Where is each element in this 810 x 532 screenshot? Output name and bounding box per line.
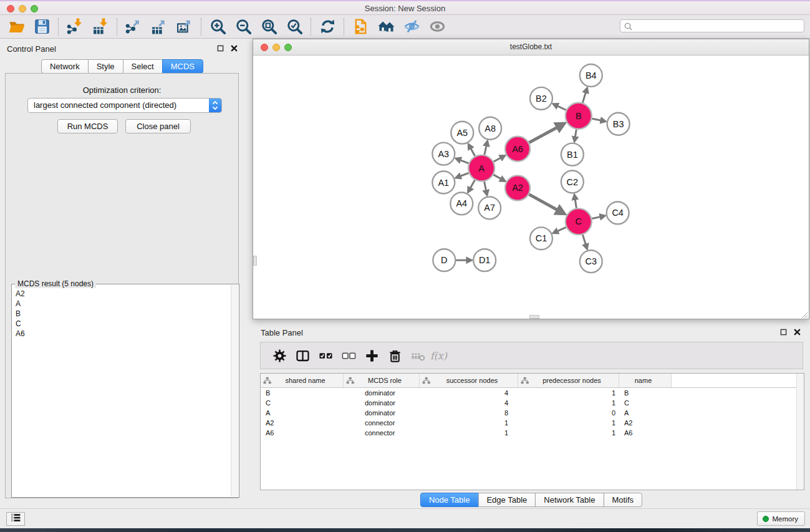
graph-edge-A2-C[interactable]	[529, 195, 559, 211]
mcds-result-item[interactable]: A6	[12, 329, 231, 339]
result-scrollbar[interactable]	[231, 285, 238, 496]
show-tasks-button[interactable]	[6, 512, 25, 526]
table-cell[interactable]: dominator	[344, 389, 420, 397]
table-row[interactable]: A2connector11A2	[261, 418, 804, 428]
table-cell[interactable]: connector	[344, 419, 420, 427]
mcds-result-item[interactable]: B	[12, 309, 231, 319]
table-cell[interactable]: 1	[518, 399, 619, 407]
graph-node-B[interactable]: B	[566, 103, 592, 129]
mcds-result-item[interactable]: A	[12, 299, 231, 309]
network-window-titlebar[interactable]: testGlobe.txt	[253, 39, 809, 56]
float-panel-icon[interactable]	[779, 328, 788, 336]
refresh-button[interactable]	[315, 17, 340, 37]
graph-edge-A-A5[interactable]	[470, 147, 475, 157]
graph-edge-A-A1[interactable]	[459, 173, 469, 177]
run-mcds-button[interactable]: Run MCDS	[57, 119, 118, 133]
column-header-shared-name[interactable]: shared name	[261, 374, 344, 387]
column-header-MCDS-role[interactable]: MCDS role	[344, 374, 420, 387]
zoom-selected-button[interactable]	[282, 17, 307, 37]
table-cell[interactable]: 4	[420, 399, 518, 407]
graph-node-A4[interactable]: A4	[450, 192, 473, 215]
tab-style[interactable]: Style	[88, 59, 123, 74]
table-cell[interactable]: 0	[518, 409, 619, 417]
graph-node-A5[interactable]: A5	[451, 122, 473, 144]
graph-node-B3[interactable]: B3	[607, 113, 630, 135]
table-cell[interactable]: connector	[344, 429, 420, 437]
import-table-button[interactable]	[88, 17, 113, 37]
search-field[interactable]	[620, 19, 804, 32]
search-input[interactable]	[634, 20, 804, 32]
graph-node-A3[interactable]: A3	[432, 143, 455, 165]
graph-node-A2[interactable]: A2	[505, 176, 530, 201]
table-cell[interactable]: A6	[619, 429, 672, 437]
show-columns-button[interactable]	[291, 345, 314, 366]
graph-node-C[interactable]: C	[566, 208, 592, 235]
table-cell[interactable]: C	[261, 399, 344, 407]
zoom-fit-button[interactable]	[256, 17, 282, 37]
save-session-button[interactable]	[29, 17, 55, 37]
tab-mcds[interactable]: MCDS	[162, 59, 203, 74]
table-cell[interactable]: dominator	[344, 409, 420, 417]
export-image-button[interactable]	[172, 17, 198, 37]
graph-edge-A-A6[interactable]	[494, 157, 503, 162]
add-row-button[interactable]	[360, 345, 383, 366]
graph-node-D1[interactable]: D1	[473, 249, 496, 271]
float-panel-icon[interactable]	[216, 44, 224, 52]
tab-select[interactable]: Select	[123, 59, 163, 74]
eye-button[interactable]	[425, 17, 450, 37]
select-all-button[interactable]	[314, 345, 337, 366]
close-panel-button[interactable]: Close panel	[125, 119, 191, 133]
table-cell[interactable]: B	[619, 389, 672, 397]
table-row[interactable]: Cdominator41C	[261, 398, 804, 408]
graph-node-C1[interactable]: C1	[530, 227, 552, 249]
graph-edge-C-C1[interactable]	[556, 227, 566, 231]
export-network-button[interactable]	[121, 17, 147, 37]
table-cell[interactable]: A	[619, 409, 672, 417]
graph-node-B4[interactable]: B4	[580, 64, 602, 87]
graph-edge-B-B2[interactable]	[556, 105, 566, 110]
table-cell[interactable]: 8	[420, 409, 518, 417]
graph-node-A1[interactable]: A1	[432, 172, 455, 194]
optimization-criterion-select[interactable]: largest connected component (directed)	[27, 98, 222, 113]
delete-row-button[interactable]	[383, 345, 407, 366]
table-cell[interactable]: 1	[420, 429, 518, 437]
open-file-button[interactable]	[4, 17, 29, 37]
table-cell[interactable]: A6	[261, 429, 344, 437]
import-network-button[interactable]	[62, 17, 88, 37]
graph-edge-B-B4[interactable]	[582, 91, 586, 103]
table-scrollbar[interactable]	[796, 374, 804, 490]
graph-edge-A-A7[interactable]	[485, 181, 486, 192]
table-cell[interactable]: A2	[619, 419, 672, 427]
graph-edge-A6-B[interactable]	[529, 126, 560, 142]
settings-gear-button[interactable]	[268, 345, 291, 366]
column-header-successor-nodes[interactable]: successor nodes	[420, 374, 518, 387]
table-cell[interactable]: 1	[518, 429, 619, 437]
zoom-out-button[interactable]	[231, 17, 256, 37]
graph-edge-C-C3[interactable]	[582, 235, 586, 246]
mcds-result-item[interactable]: A2	[12, 289, 231, 299]
vertical-scroll-thumb[interactable]	[253, 256, 257, 266]
network-canvas[interactable]: B4B2BB3A8A5A6A3B1AA1C2A2A4A7C4CC1C3DD1	[254, 56, 808, 318]
column-header-name[interactable]: name	[619, 374, 672, 387]
graph-node-A6[interactable]: A6	[505, 137, 530, 162]
graph-node-A8[interactable]: A8	[479, 117, 501, 140]
table-cell[interactable]: 1	[420, 419, 518, 427]
graph-edge-C-C4[interactable]	[592, 216, 602, 218]
graph-node-C3[interactable]: C3	[580, 250, 602, 273]
graph-node-A[interactable]: A	[468, 155, 494, 181]
table-cell[interactable]: dominator	[344, 399, 420, 407]
graph-edge-B-B1[interactable]	[575, 129, 576, 138]
table-row[interactable]: A6connector11A6	[261, 428, 804, 438]
graph-node-C2[interactable]: C2	[561, 171, 584, 193]
table-cell[interactable]: A2	[261, 419, 344, 427]
graph-node-C4[interactable]: C4	[607, 201, 629, 224]
column-header-predecessor-nodes[interactable]: predecessor nodes	[518, 374, 619, 387]
graph-node-B2[interactable]: B2	[530, 87, 552, 110]
deselect-all-button[interactable]	[337, 345, 360, 366]
table-cell[interactable]: 4	[420, 389, 518, 397]
close-panel-icon[interactable]	[230, 44, 238, 52]
graph-node-A7[interactable]: A7	[478, 196, 501, 219]
horizontal-scroll-thumb[interactable]	[529, 315, 539, 319]
table-cell[interactable]: B	[261, 389, 344, 397]
graph-edge-A-A3[interactable]	[459, 160, 469, 163]
